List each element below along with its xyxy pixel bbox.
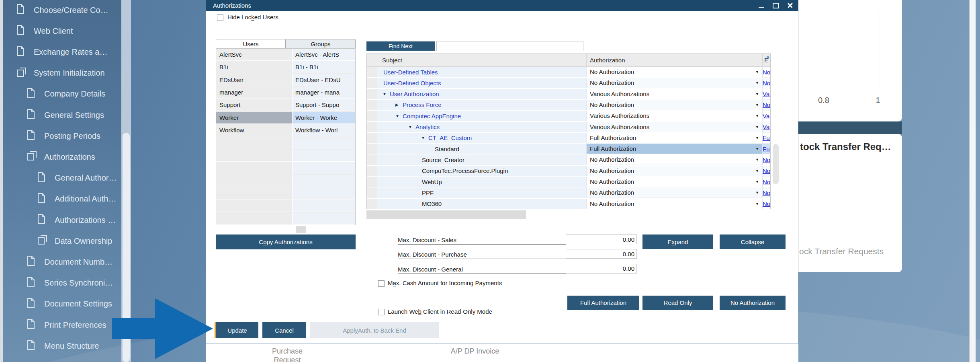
sidebar-scrollbar[interactable] xyxy=(121,0,131,362)
tree-link-cell[interactable]: Various Authorizations xyxy=(762,89,771,100)
search-input[interactable] xyxy=(436,41,583,51)
user-row[interactable]: AlertSvcAlertSvc - AlertS xyxy=(216,49,355,61)
dropdown-caret-icon[interactable]: ▼ xyxy=(755,103,759,107)
tree-row-gutter[interactable] xyxy=(367,67,377,78)
tree-collapse-arrow-icon[interactable]: ▼ xyxy=(395,114,403,118)
authorization-link[interactable]: No Authorization xyxy=(763,80,771,86)
tree-subject-cell[interactable]: Source_Creator xyxy=(377,154,586,165)
dropdown-caret-icon[interactable]: ▼ xyxy=(755,169,759,173)
tree-collapse-arrow-icon[interactable]: ▼ xyxy=(421,136,428,140)
sidebar-item-general-author[interactable]: General Author… xyxy=(37,172,153,185)
dropdown-caret-icon[interactable]: ▼ xyxy=(755,136,759,140)
user-code-cell[interactable]: manager xyxy=(216,86,292,99)
users-list-scrollbar-thumb[interactable] xyxy=(296,226,306,233)
tree-subject-label[interactable]: User-Defined Objects xyxy=(383,80,441,86)
tree-subject-cell[interactable]: ▼Computec AppEngine xyxy=(377,111,586,121)
sidebar-item-web-client[interactable]: Web Client xyxy=(16,25,133,37)
tree-row-gutter[interactable] xyxy=(367,154,377,165)
tree-subject-label[interactable]: MO360 xyxy=(422,200,442,207)
dropdown-caret-icon[interactable]: ▼ xyxy=(755,81,759,85)
tree-subject-cell[interactable]: PPF xyxy=(377,187,586,198)
no-authorization-button[interactable]: No Authorization xyxy=(720,296,786,310)
tree-subject-label[interactable]: Computec AppEngine xyxy=(403,113,461,119)
authorization-link[interactable]: Various Authorizations xyxy=(763,113,771,119)
authorization-link[interactable]: Various Authorizations xyxy=(763,90,771,97)
tree-authorization-cell[interactable]: Various Authorizations▼ xyxy=(586,111,762,121)
tree-subject-cell[interactable]: CompuTec.ProcessForce.Plugin xyxy=(377,166,586,177)
tree-authorization-cell[interactable]: Full Authorization▼ xyxy=(586,144,762,154)
discount-input[interactable]: 0.00 xyxy=(566,249,637,259)
tab-users[interactable]: Users xyxy=(216,39,286,48)
tree-link-cell[interactable]: No Authorization xyxy=(762,67,771,78)
update-button[interactable]: Update xyxy=(215,322,258,338)
user-display-cell[interactable]: Support - Suppo xyxy=(292,99,355,111)
tree-row-gutter[interactable] xyxy=(367,133,377,144)
tree-row-gutter[interactable] xyxy=(367,78,377,88)
discount-input[interactable]: 0.00 xyxy=(566,264,637,274)
tree-subject-label[interactable]: CompuTec.ProcessForce.Plugin xyxy=(422,167,508,174)
tree-link-cell[interactable]: No Authorization xyxy=(762,78,771,88)
user-row[interactable]: EDsUserEDsUser - EDsU xyxy=(216,74,355,86)
background-dashboard-tile[interactable]: tock Transfer Req… ock Transfer Requests xyxy=(798,134,902,272)
tree-subject-label[interactable]: User Authorization xyxy=(390,90,439,97)
tree-authorization-cell[interactable]: Various Authorizations▼ xyxy=(586,122,762,132)
user-row[interactable]: managermanager - mana xyxy=(216,86,355,99)
launch-web-client-checkbox[interactable] xyxy=(378,309,385,315)
tree-authorization-cell[interactable]: No Authorization▼ xyxy=(586,154,762,165)
sidebar-item-additional-auth[interactable]: Additional Auth… xyxy=(37,193,153,206)
find-next-button[interactable]: Find Next xyxy=(366,41,435,51)
max-cash-checkbox[interactable] xyxy=(378,280,385,287)
tree-link-cell[interactable]: No Authorization xyxy=(762,100,771,111)
user-code-cell[interactable]: Workflow xyxy=(216,124,292,136)
dropdown-caret-icon[interactable]: ▼ xyxy=(755,147,759,151)
tree-collapse-arrow-icon[interactable]: ▼ xyxy=(408,125,415,129)
dropdown-caret-icon[interactable]: ▼ xyxy=(755,191,759,195)
sidebar-scrollbar-thumb[interactable] xyxy=(123,133,130,362)
tree-link-cell[interactable]: No Authorization xyxy=(762,199,771,209)
tree-subject-cell[interactable]: User-Defined Tables xyxy=(377,67,586,78)
collapse-button[interactable]: Collapse xyxy=(720,234,786,249)
tree-row-gutter[interactable] xyxy=(367,166,377,177)
user-code-cell[interactable]: Support xyxy=(216,99,292,111)
column-expand-icon[interactable] xyxy=(765,55,769,62)
user-display-cell[interactable]: Workflow - Worl xyxy=(292,124,355,136)
user-row[interactable]: WorkflowWorkflow - Worl xyxy=(216,124,355,137)
dropdown-caret-icon[interactable]: ▼ xyxy=(755,180,759,184)
authorization-link[interactable]: No Authorization xyxy=(763,179,771,185)
tree-row-gutter[interactable] xyxy=(367,122,377,133)
tree-subject-label[interactable]: CT_AE_Custom xyxy=(428,134,472,141)
cancel-button[interactable]: Cancel xyxy=(262,322,306,338)
sidebar-item-authorizations[interactable]: Authorizations … xyxy=(37,214,153,226)
authorization-link[interactable]: Various Authorizations xyxy=(763,123,771,130)
authorization-link[interactable]: No Authorization xyxy=(763,101,771,108)
tree-link-cell[interactable]: Full Authorization xyxy=(762,133,771,144)
tree-link-cell[interactable]: Various Authorizations xyxy=(762,111,771,121)
window-scrollbar[interactable] xyxy=(969,0,976,362)
user-code-cell[interactable]: Worker xyxy=(216,112,292,124)
tree-row-gutter[interactable] xyxy=(367,177,377,187)
tree-authorization-cell[interactable]: Full Authorization▼ xyxy=(586,133,762,143)
user-row[interactable]: WorkerWorker - Worke xyxy=(216,112,355,124)
tree-authorization-cell[interactable]: No Authorization▼ xyxy=(586,177,762,187)
sidebar-item-data-ownership[interactable]: Data Ownership xyxy=(37,234,153,247)
tree-row-gutter[interactable] xyxy=(367,111,377,121)
tree-row-gutter[interactable] xyxy=(367,100,377,111)
tree-subject-label[interactable]: Source_Creator xyxy=(422,156,464,163)
tree-expand-arrow-icon[interactable]: ▶ xyxy=(395,103,403,107)
sidebar-item-system-initialization[interactable]: System Initialization xyxy=(16,67,133,80)
user-display-cell[interactable]: EDsUser - EDsU xyxy=(292,74,355,86)
tree-row-gutter[interactable] xyxy=(367,144,377,154)
authorization-link[interactable]: Full Authorization xyxy=(763,134,771,141)
dropdown-caret-icon[interactable]: ▼ xyxy=(755,92,759,96)
user-row[interactable]: B1iB1i - B1i xyxy=(216,61,355,74)
tree-link-cell[interactable]: Full Authorization xyxy=(762,144,771,154)
sidebar-item-exchange-rates-a[interactable]: Exchange Rates a… xyxy=(16,45,133,58)
tab-groups[interactable]: Groups xyxy=(286,39,356,48)
tree-link-cell[interactable]: No Authorization xyxy=(762,187,771,198)
tree-link-cell[interactable]: No Authorization xyxy=(762,166,771,177)
tree-authorization-cell[interactable]: No Authorization▼ xyxy=(586,166,762,176)
user-display-cell[interactable]: Worker - Worke xyxy=(292,112,355,124)
tree-subject-label[interactable]: User-Defined Tables xyxy=(383,69,438,76)
dropdown-caret-icon[interactable]: ▼ xyxy=(755,114,759,118)
tree-authorization-cell[interactable]: Various Authorizations▼ xyxy=(586,89,762,99)
